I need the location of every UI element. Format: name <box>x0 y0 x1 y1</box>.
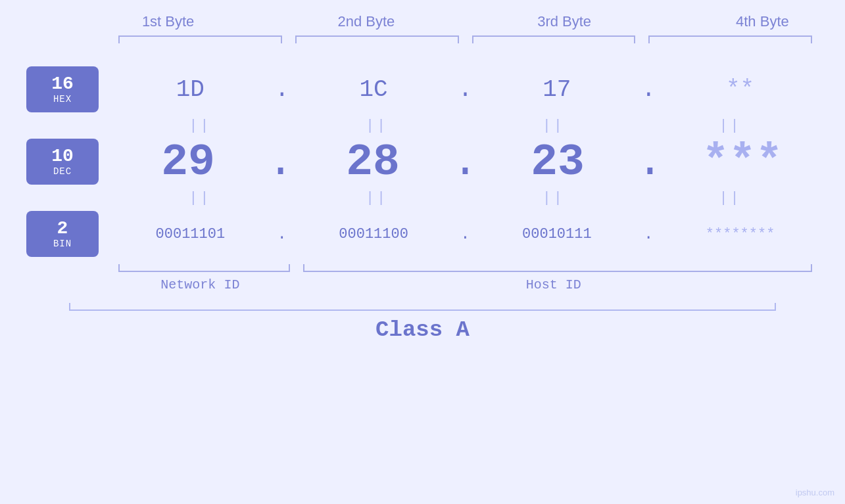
watermark: ipshu.com <box>796 488 834 497</box>
sep2-b1: || <box>112 190 289 206</box>
bin-b3: 00010111 <box>479 226 636 242</box>
bracket-host <box>303 264 812 272</box>
id-labels: Network ID Host ID <box>112 277 819 292</box>
bracket-byte1 <box>118 35 282 43</box>
class-row: Class A <box>26 303 819 342</box>
bin-b1: 00011101 <box>112 226 269 242</box>
hex-dot3: . <box>635 76 662 103</box>
hex-dot2: . <box>452 76 479 103</box>
bin-badge: 2 BIN <box>26 211 99 257</box>
network-id-label: Network ID <box>112 277 289 292</box>
dec-cells: 29 . 28 . 23 . *** <box>112 137 819 187</box>
bracket-network <box>118 264 290 272</box>
dec-row: 10 DEC 29 . 28 . 23 . *** <box>26 135 819 188</box>
byte3-header: 3rd Byte <box>466 13 664 30</box>
bin-b2: 00011100 <box>295 226 452 242</box>
sep2-b2: || <box>289 190 466 206</box>
hex-b2: 1C <box>295 76 452 103</box>
byte-headers: 1st Byte 2nd Byte 3rd Byte 4th Byte <box>69 13 845 30</box>
sep-row-2: || || || || <box>112 188 819 208</box>
bin-row: 2 BIN 00011101 . 00011100 . 00010111 . *… <box>26 208 819 260</box>
bottom-brackets <box>112 264 819 272</box>
dec-base-num: 10 <box>51 147 74 167</box>
dec-dot1: . <box>264 137 297 187</box>
hex-base-num: 16 <box>51 74 74 95</box>
dec-b2: 28 <box>297 137 449 187</box>
bin-dot2: . <box>452 225 479 243</box>
bracket-byte2 <box>295 35 459 43</box>
dec-b4: *** <box>666 137 819 187</box>
class-a-label: Class A <box>375 317 470 342</box>
bin-dot3: . <box>635 225 662 243</box>
sep2-b3: || <box>466 190 642 206</box>
top-brackets <box>112 35 819 43</box>
hex-cells: 1D . 1C . 17 . ** <box>112 76 819 103</box>
sep1-b4: || <box>642 118 819 134</box>
hex-dot1: . <box>269 76 295 103</box>
sep1-b3: || <box>466 118 642 134</box>
bin-dot1: . <box>269 225 295 243</box>
sep1-b1: || <box>112 118 289 134</box>
sep2-b4: || <box>642 190 819 206</box>
hex-b4: ** <box>662 76 819 103</box>
hex-b1: 1D <box>112 76 269 103</box>
bin-b4: ******** <box>662 226 819 242</box>
dec-dot3: . <box>634 137 666 187</box>
hex-b3: 17 <box>479 76 636 103</box>
hex-badge: 16 HEX <box>26 66 99 112</box>
byte4-header: 4th Byte <box>664 13 845 30</box>
bin-base-num: 2 <box>57 219 68 239</box>
bin-base-label: BIN <box>53 239 72 249</box>
dec-b3: 23 <box>481 137 634 187</box>
class-bracket <box>69 303 776 311</box>
dec-b1: 29 <box>112 137 264 187</box>
hex-row: 16 HEX 1D . 1C . 17 . ** <box>26 63 819 116</box>
byte1-header: 1st Byte <box>69 13 267 30</box>
sep1-b2: || <box>289 118 466 134</box>
hex-base-label: HEX <box>53 94 72 104</box>
bracket-byte4 <box>648 35 812 43</box>
byte2-header: 2nd Byte <box>267 13 465 30</box>
main-container: 1st Byte 2nd Byte 3rd Byte 4th Byte 16 H… <box>0 0 845 504</box>
dec-badge: 10 DEC <box>26 139 99 185</box>
sep-row-1: || || || || <box>112 116 819 135</box>
dec-base-label: DEC <box>53 166 72 177</box>
bracket-byte3 <box>472 35 636 43</box>
host-id-label: Host ID <box>289 277 819 292</box>
dec-dot2: . <box>449 137 481 187</box>
bin-cells: 00011101 . 00011100 . 00010111 . *******… <box>112 225 819 243</box>
